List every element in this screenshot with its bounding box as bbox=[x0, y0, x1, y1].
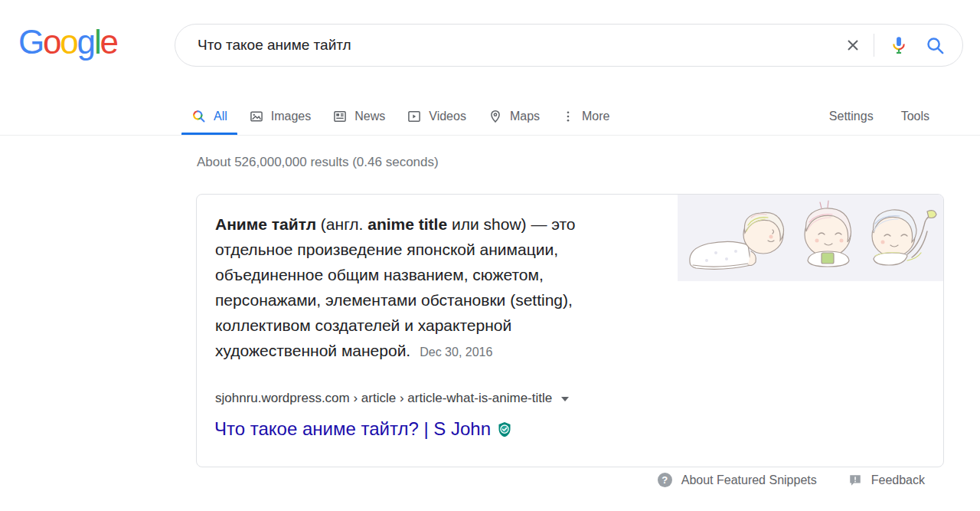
news-icon bbox=[332, 109, 348, 124]
tab-videos-label: Videos bbox=[429, 110, 466, 123]
tab-more-label: More bbox=[582, 110, 609, 123]
breadcrumb-url: sjohnru.wordpress.com › article › articl… bbox=[215, 391, 552, 406]
help-question-icon: ? bbox=[658, 473, 672, 487]
snippet-line: отдельное произведение японской анимации… bbox=[215, 237, 576, 262]
tab-images[interactable]: Images bbox=[239, 97, 321, 135]
feedback-link[interactable]: Feedback bbox=[848, 473, 925, 487]
search-bar bbox=[175, 24, 963, 67]
logo-letter: l bbox=[94, 23, 100, 61]
clear-button[interactable] bbox=[844, 36, 862, 54]
tab-videos[interactable]: Videos bbox=[397, 97, 476, 135]
feedback-label: Feedback bbox=[871, 473, 925, 487]
logo-letter: o bbox=[60, 23, 77, 61]
tab-images-label: Images bbox=[271, 110, 311, 123]
logo-letter: o bbox=[43, 23, 60, 61]
tab-news[interactable]: News bbox=[322, 97, 395, 135]
tab-more[interactable]: More bbox=[551, 97, 619, 135]
snippet-thumbnail-image[interactable] bbox=[678, 195, 943, 281]
snippet-line: объединенное общим названием, сюжетом, bbox=[215, 262, 576, 287]
logo-letter: g bbox=[77, 23, 94, 61]
tab-news-label: News bbox=[354, 110, 385, 123]
settings-link[interactable]: Settings bbox=[829, 110, 874, 123]
results-stats: About 526,000,000 results (0.46 seconds) bbox=[197, 155, 439, 170]
snippet-line: персонажами, элементами обстановки (sett… bbox=[215, 287, 576, 313]
tab-maps-label: Maps bbox=[510, 110, 540, 123]
about-featured-snippets-link[interactable]: ? About Featured Snippets bbox=[658, 473, 817, 487]
snippet-line: Аниме тайтл (англ. anime title или show)… bbox=[215, 211, 576, 237]
search-input[interactable] bbox=[198, 37, 844, 54]
site-safety-shield-icon bbox=[496, 421, 513, 438]
colored-search-icon bbox=[191, 109, 207, 124]
header-divider bbox=[0, 135, 980, 136]
more-dots-icon bbox=[561, 110, 575, 123]
snippet-footer: ? About Featured Snippets Feedback bbox=[658, 473, 925, 487]
featured-snippet-card: Аниме тайтл (англ. anime title или show)… bbox=[196, 194, 944, 467]
tools-link[interactable]: Tools bbox=[901, 110, 929, 123]
feedback-bubble-icon bbox=[848, 473, 862, 487]
searchbar-divider bbox=[874, 34, 874, 57]
snippet-line: коллективом создателей и характерной bbox=[215, 313, 576, 338]
tab-maps[interactable]: Maps bbox=[478, 97, 550, 135]
search-icon bbox=[925, 35, 946, 56]
map-pin-icon bbox=[488, 109, 503, 124]
close-icon bbox=[844, 36, 862, 54]
tab-all[interactable]: All bbox=[181, 97, 237, 135]
videos-icon bbox=[407, 109, 422, 124]
result-title-row: Что такое аниме тайтл? | S John bbox=[214, 418, 513, 440]
voice-search-button[interactable] bbox=[889, 35, 909, 55]
anime-sketch-illustration bbox=[678, 195, 943, 281]
google-logo[interactable]: Google bbox=[18, 23, 117, 61]
result-options-dropdown-icon[interactable] bbox=[561, 397, 569, 401]
result-type-tabs: All Images News Videos Maps bbox=[0, 97, 980, 135]
snippet-line: художественной манерой.Dec 30, 2016 bbox=[215, 338, 576, 365]
logo-letter: G bbox=[18, 23, 43, 61]
snippet-date: Dec 30, 2016 bbox=[420, 346, 492, 359]
snippet-text: Аниме тайтл (англ. anime title или show)… bbox=[215, 211, 576, 365]
breadcrumb: sjohnru.wordpress.com › article › articl… bbox=[215, 391, 569, 406]
search-submit-button[interactable] bbox=[925, 35, 946, 56]
logo-letter: e bbox=[100, 23, 116, 61]
microphone-icon bbox=[889, 35, 909, 55]
result-title-link[interactable]: Что такое аниме тайтл? | S John bbox=[214, 418, 491, 440]
tab-all-label: All bbox=[214, 110, 227, 123]
images-icon bbox=[249, 109, 264, 124]
about-featured-snippets-label: About Featured Snippets bbox=[681, 473, 817, 487]
